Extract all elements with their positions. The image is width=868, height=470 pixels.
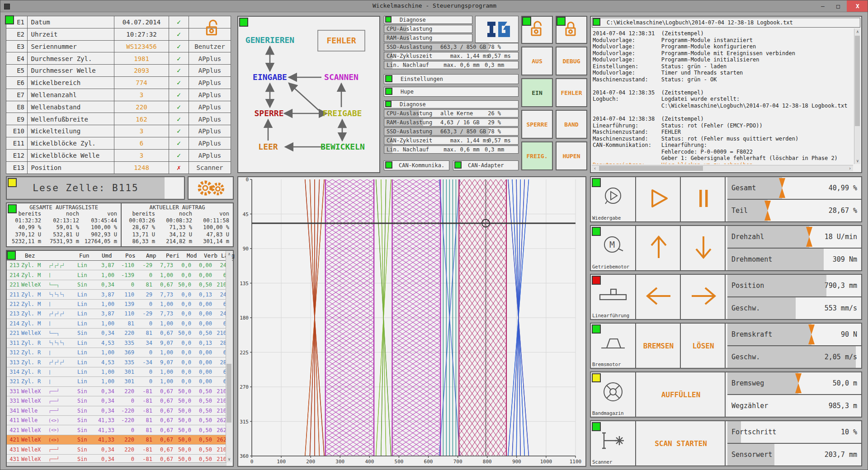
program-table-row[interactable]: 214Zyl. M|Lin1,00-13901,000,00,006 bbox=[7, 270, 226, 280]
parameter-value[interactable]: 3 bbox=[114, 149, 169, 162]
setpoint-marker-icon[interactable] bbox=[764, 201, 771, 221]
value-display-position: Position790,3 mm bbox=[727, 275, 861, 297]
parameter-value[interactable]: 774 bbox=[114, 76, 169, 89]
setpoint-marker-icon[interactable] bbox=[806, 227, 812, 247]
parameter-value[interactable]: 2093 bbox=[114, 64, 169, 77]
program-table-row[interactable]: 214Zyl. M|Lin1,008101,000,00,006 bbox=[7, 319, 226, 329]
value-display-gesamt[interactable]: Gesamt40,99 % bbox=[727, 177, 861, 200]
arrow-left-button[interactable] bbox=[637, 275, 681, 319]
program-table-row[interactable]: 411Welle(<>)Sin41,33-220810,6750,00,5026… bbox=[7, 416, 226, 425]
program-table-row[interactable]: 213Zyl. M┌┘┌┘┌┘Lin3,87-110-297,730,00,00… bbox=[7, 261, 226, 270]
mode-button-debug[interactable]: DEBUG bbox=[556, 47, 587, 75]
diagnose-row: RAM-Auslastung29 %4,63 / 16 GB bbox=[384, 118, 519, 127]
program-table-row[interactable]: 431WelleX┌──┘Sin0,34220-810,6750,00,5021… bbox=[7, 445, 226, 454]
program-table-row[interactable]: 431WelleX┌──┘Sin0,340-810,6750,00,50210 bbox=[7, 455, 226, 462]
log-vertical-scrollbar[interactable]: ∧ ∨ bbox=[854, 28, 860, 164]
arrow-up-button[interactable] bbox=[637, 226, 681, 270]
winding-pattern-chart[interactable]: 0459013518022527031536001002003004005006… bbox=[237, 176, 586, 467]
program-table-row[interactable]: 341Welle┌──┘Sin0,34-220-810,6750,00,5021… bbox=[7, 406, 226, 416]
program-table-row[interactable]: 213Zyl. M┌┘┌┘┌┘Lin3,87110-297,730,00,002… bbox=[7, 309, 226, 319]
parameter-value[interactable]: 10:27:32 bbox=[114, 28, 169, 41]
mode-button-hupen[interactable]: HUPEN bbox=[556, 141, 587, 170]
value-display-drehzahl[interactable]: Drehzahl18 U/min bbox=[727, 226, 861, 249]
power-button-sperre[interactable]: SPERRE bbox=[521, 110, 553, 139]
order-cell: 532,81 U bbox=[45, 231, 83, 238]
program-table-row[interactable]: 221WelleX└──┐Sin0,34220810,6750,00,50210 bbox=[7, 329, 226, 338]
value-number: 2,05 m/s bbox=[825, 353, 857, 361]
program-cell-glyph: ┌──┘ bbox=[48, 408, 77, 413]
play-button[interactable] bbox=[637, 177, 681, 221]
machine-settings-button[interactable] bbox=[188, 176, 234, 200]
minimize-button[interactable]: – bbox=[815, 0, 830, 12]
power-button-aus[interactable]: AUS bbox=[521, 47, 553, 75]
setpoint-marker-icon[interactable] bbox=[795, 373, 802, 393]
program-table-row[interactable]: 212Zyl. M|Lin1,0013901,000,00,006 bbox=[7, 300, 226, 309]
program-table-row[interactable]: 313Zyl. R┌┘┌┘┌┘Lin4,53335-349,070,00,002… bbox=[7, 357, 226, 367]
arrow-right-button[interactable] bbox=[682, 275, 726, 319]
arrow-down-button[interactable] bbox=[682, 226, 726, 270]
program-table-row[interactable]: 331WelleX┌──┘Sin0,340-810,6750,00,50210 bbox=[7, 396, 226, 406]
parameter-value[interactable]: 3 bbox=[114, 89, 169, 101]
can-status-box[interactable]: CAN-Adapter bbox=[453, 160, 519, 170]
program-table-row[interactable]: 421WelleX(<>)Sin41,330810,6750,00,50262 bbox=[7, 425, 226, 435]
order-cell: 5232,11 m bbox=[7, 238, 45, 245]
power-button-ein[interactable]: EIN bbox=[521, 78, 553, 107]
svg-text:1100: 1100 bbox=[570, 459, 582, 465]
actuator-button-auffllen[interactable]: AUFFÜLLEN bbox=[637, 372, 726, 417]
maximize-button[interactable]: □ bbox=[830, 0, 846, 12]
control-bar-hupe[interactable]: Hupe bbox=[384, 87, 519, 97]
value-display-bremskraft[interactable]: Bremskraft90 N bbox=[727, 324, 861, 346]
state-diagram: FEHLERGENERIERENEINGABESCANNENSPERREFREI… bbox=[238, 17, 379, 172]
svg-text:600: 600 bbox=[424, 459, 433, 465]
program-table-row[interactable]: 331WelleX┌──┘Sin0,34220-810,6750,00,5021… bbox=[7, 387, 226, 396]
program-vscroll-thumb[interactable] bbox=[226, 364, 231, 423]
setpoint-marker-icon[interactable] bbox=[808, 324, 815, 344]
actuator-button-scanstarten[interactable]: SCAN STARTEN bbox=[637, 421, 726, 465]
parameter-check-icon: ✓ bbox=[169, 101, 189, 113]
log-horizontal-scrollbar[interactable]: ‹ › bbox=[592, 165, 853, 171]
can-status-box[interactable]: CAN-Kommunika. bbox=[384, 160, 449, 170]
scroll-up-icon[interactable]: ∧ bbox=[226, 251, 232, 257]
log-vscroll-thumb[interactable] bbox=[855, 36, 860, 126]
value-display-teil[interactable]: Teil28,67 % bbox=[727, 200, 861, 221]
mode-button-band[interactable]: BAND bbox=[556, 110, 587, 139]
value-display-bremsweg[interactable]: Bremsweg50,0 m bbox=[727, 372, 861, 395]
program-table-row[interactable]: 312Zyl. R|Lin1,0036901,000,00,006 bbox=[7, 348, 226, 357]
program-horizontal-scrollbar[interactable] bbox=[7, 462, 226, 466]
program-table-row[interactable]: 314Zyl. R|Lin1,0030101,000,00,006 bbox=[7, 367, 226, 377]
application-window: Wickelmaschine - Steuerungsprogramm – □ … bbox=[0, 0, 868, 470]
parameter-value[interactable]: 6 bbox=[114, 137, 169, 150]
actuator-button-bremsen[interactable]: BREMSEN bbox=[637, 324, 681, 368]
power-button-freig[interactable]: FREIG. bbox=[521, 141, 553, 170]
parameter-value[interactable]: 04.07.2014 bbox=[114, 16, 169, 28]
log-text[interactable]: 2014-07-04 12:38:31 (Zeitstempel)Modulvo… bbox=[593, 30, 853, 164]
mode-button-fehler[interactable]: FEHLER bbox=[556, 78, 587, 107]
log-user-entry-link[interactable]: Hier klicken um zu schreiben... bbox=[661, 162, 763, 164]
scroll-down-icon[interactable]: ∨ bbox=[854, 158, 861, 164]
pause-button[interactable] bbox=[682, 177, 726, 221]
setpoint-marker-icon[interactable] bbox=[779, 178, 785, 198]
parameter-value[interactable]: 3 bbox=[114, 125, 169, 137]
close-button[interactable]: X bbox=[847, 0, 868, 12]
program-table-row[interactable]: 211Zyl. M└┐└┐└┐Lin3,87110297,730,00,1324 bbox=[7, 290, 226, 299]
program-table-row[interactable]: 221WelleX└──┐Sin0,340810,6750,00,50210 bbox=[7, 280, 226, 290]
status-bar[interactable]: Lese Zelle: B115 bbox=[6, 176, 185, 200]
scroll-left-icon[interactable]: ‹ bbox=[592, 165, 598, 172]
scroll-right-icon[interactable]: › bbox=[847, 165, 853, 172]
parameter-check-icon: ✗ bbox=[169, 161, 189, 174]
program-table-header: BezFunUmdPosAmpPeriModVerbLäng bbox=[7, 251, 233, 261]
parameter-value[interactable]: 1248 bbox=[114, 161, 169, 174]
program-vertical-scrollbar[interactable]: ∧ ∨ bbox=[226, 251, 232, 462]
parameter-value[interactable]: WS123456 bbox=[114, 40, 169, 53]
actuator-button-lsen[interactable]: LÖSEN bbox=[682, 324, 726, 368]
parameter-value[interactable]: 162 bbox=[114, 113, 169, 125]
parameter-value[interactable]: 220 bbox=[114, 101, 169, 113]
log-hscroll-thumb[interactable] bbox=[599, 166, 703, 171]
scroll-up-icon[interactable]: ∧ bbox=[854, 28, 861, 35]
scroll-down-icon[interactable]: ∨ bbox=[226, 456, 232, 462]
control-bar-einstellungen[interactable]: Einstellungen bbox=[384, 74, 519, 84]
program-table-row[interactable]: 311Zyl. R└┐└┐└┐Lin4,53335349,070,00,1328 bbox=[7, 338, 226, 348]
program-table-row[interactable]: 421WelleX(<>)Sin41,33220810,6750,00,5026… bbox=[7, 435, 226, 445]
program-table-row[interactable]: 321Zyl. R|Lin1,0030101,000,00,006 bbox=[7, 377, 226, 386]
parameter-value[interactable]: 1981 bbox=[114, 52, 169, 65]
